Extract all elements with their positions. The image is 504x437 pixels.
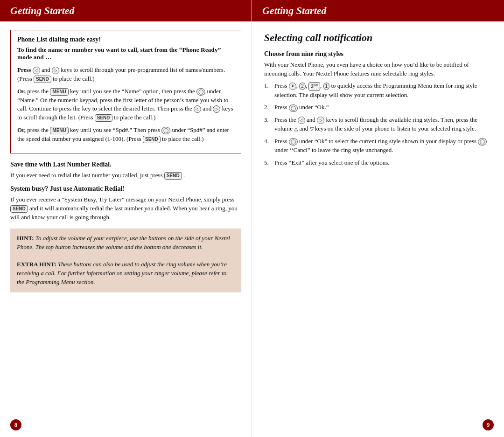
send-icon-4: SEND: [164, 172, 182, 180]
save-time-body: If you ever need to redial the last numb…: [10, 171, 241, 180]
right-page: Getting Started Selecting call notificat…: [252, 0, 504, 437]
intro-text: With your Nextel Phone, you even have a …: [264, 60, 492, 78]
vol-down-icon: ▽: [310, 125, 314, 133]
para1-text-end: to place the call.): [51, 75, 95, 82]
section-title: Selecting call notification: [264, 32, 492, 44]
step-3: 3. Press the ◁ and ▷ keys to scroll thro…: [264, 116, 492, 133]
right-page-number: 9: [483, 419, 494, 430]
step-3-text: Press the ◁ and ▷ keys to scroll through…: [274, 116, 492, 133]
save-time-text2: .: [183, 172, 185, 179]
choose-header: Choose from nine ring styles: [264, 50, 492, 58]
page-container: Getting Started Phone List dialing made …: [0, 0, 504, 437]
save-time-header: Save time with Last Number Redial.: [10, 161, 241, 168]
right-arrow-icon-3: ▷: [317, 117, 324, 124]
step-4-text: Press ◯ under “Ok” to select the current…: [274, 137, 492, 155]
para3-text1: press the: [27, 126, 50, 133]
phone-list-box: Phone List dialing made easy! To find th…: [10, 30, 241, 153]
send-icon-3: SEND: [143, 136, 161, 143]
ok-softkey-icon: ◯: [289, 104, 298, 112]
para3-text2: key until you see “Spd#.” Then press: [70, 126, 161, 133]
steps-list: 1. Press ✦, 2, 3sc, 1 to quickly access …: [264, 82, 492, 167]
left-arrow-icon: ◁: [33, 67, 40, 74]
para2-text5: to place the call.): [114, 114, 156, 121]
extra-hint-bold-label: EXTRA HINT:: [17, 261, 56, 268]
right-arrow-icon: ▷: [52, 67, 59, 74]
hint-text: To adjust the volume of your earpiece, u…: [17, 235, 230, 250]
one-icon: 1: [323, 83, 330, 90]
phone-list-para2: Or, press the MENU key until you see the…: [17, 87, 234, 122]
step-5-text: Press “Exit” after you select one of the…: [274, 159, 390, 167]
three-spd-icon: 3sc: [308, 82, 320, 90]
send-icon-2: SEND: [95, 114, 112, 122]
right-content: Selecting call notification Choose from …: [252, 21, 504, 437]
system-busy-header: System busy? Just use Automatic Redial!: [10, 185, 241, 193]
vol-up-icon: △: [294, 125, 298, 133]
step-5-num: 5.: [264, 159, 272, 167]
left-header: Getting Started: [0, 0, 252, 21]
para1-text-and: and: [42, 66, 52, 73]
ok-softkey-icon-2: ◯: [289, 138, 298, 146]
hint-label: HINT:: [17, 235, 34, 242]
system-busy-body: If you ever receive a “System Busy, Try …: [10, 195, 241, 222]
save-time-text1: If you ever need to redial the last numb…: [10, 172, 164, 179]
step-1: 1. Press ✦, 2, 3sc, 1 to quickly access …: [264, 82, 492, 99]
two-icon: 2: [299, 83, 306, 90]
step-4-num: 4.: [264, 137, 272, 155]
hint-box: HINT: To adjust the volume of your earpi…: [10, 229, 241, 292]
left-content: Phone List dialing made easy! To find th…: [0, 21, 252, 437]
step-2-text: Press ◯ under “Ok.”: [274, 103, 329, 112]
step-1-num: 1.: [264, 82, 272, 99]
left-arrow-icon-3: ◁: [298, 117, 305, 124]
step-3-num: 3.: [264, 116, 272, 133]
right-arrow-icon-2: ▷: [213, 105, 220, 113]
left-page-number: 8: [10, 419, 21, 430]
para3-bold: Or,: [17, 126, 26, 133]
system-busy-text1: If you ever receive a “System Busy, Try …: [10, 196, 234, 203]
step-1-text: Press ✦, 2, 3sc, 1 to quickly access the…: [274, 82, 492, 99]
step-2-num: 2.: [264, 103, 272, 112]
para3-text4: to place the call.): [162, 135, 204, 142]
send-icon-1: SEND: [34, 76, 51, 83]
step-2: 2. Press ◯ under “Ok.”: [264, 103, 492, 112]
hint-bold-label: HINT:: [17, 235, 34, 242]
cancl-softkey-icon: ◯: [478, 138, 487, 146]
right-header: Getting Started: [252, 0, 504, 21]
left-arrow-icon-2: ◁: [194, 105, 201, 113]
para1-bold: Press: [17, 66, 31, 73]
step-4: 4. Press ◯ under “Ok” to select the curr…: [264, 137, 492, 155]
soft-key-icon-2: ◯: [161, 127, 170, 134]
send-icon-5: SEND: [10, 205, 28, 213]
menu-icon-1: MENU: [50, 88, 68, 96]
left-page: Getting Started Phone List dialing made …: [0, 0, 252, 437]
system-busy-text2: and it will automatically redial the las…: [10, 205, 238, 221]
menu-icon-2: MENU: [50, 127, 68, 134]
star-icon: ✦: [289, 83, 296, 90]
phone-list-subtitle: To find the name or number you want to c…: [17, 46, 234, 61]
para2-text2: key until you see the “Name” option, the…: [70, 88, 196, 95]
para2-and: and: [203, 105, 213, 112]
para2-bold: Or,: [17, 88, 26, 95]
extra-hint-label: EXTRA HINT:: [17, 261, 56, 268]
para2-text1: press the: [27, 88, 50, 95]
phone-list-para3: Or, press the MENU key until you see “Sp…: [17, 126, 234, 144]
soft-key-icon-1: ◯: [196, 88, 205, 96]
phone-list-para1: Press ◁ and ▷ keys to scroll through you…: [17, 66, 234, 83]
step-5: 5. Press “Exit” after you select one of …: [264, 159, 492, 167]
phone-list-title: Phone List dialing made easy!: [17, 36, 234, 43]
